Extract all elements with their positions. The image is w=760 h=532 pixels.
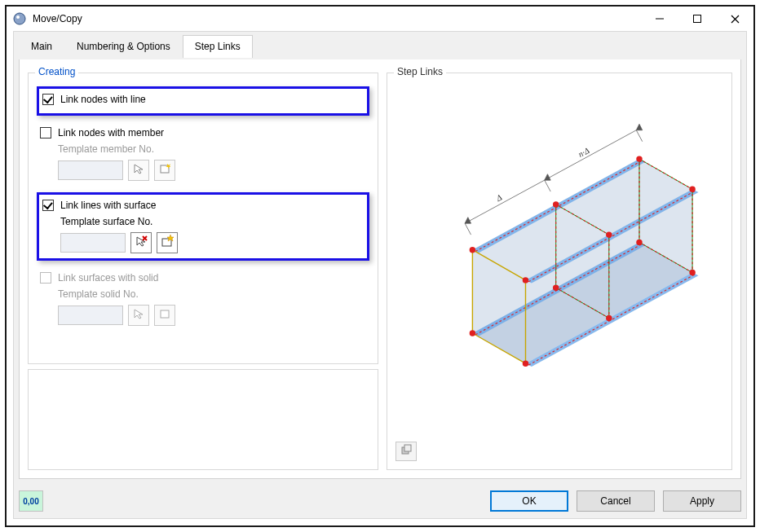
apply-button[interactable]: Apply [663, 490, 741, 512]
tab-step-links[interactable]: Step Links [183, 35, 253, 58]
label-link-nodes-member: Link nodes with member [58, 127, 164, 138]
checkbox-link-nodes-line[interactable] [42, 94, 54, 105]
checkbox-link-surfaces-solid [40, 272, 51, 284]
pick-icon [133, 163, 144, 178]
svg-point-1 [16, 15, 20, 19]
svg-line-18 [465, 223, 471, 235]
new-member-button[interactable] [154, 160, 175, 181]
new-solid-button [154, 305, 175, 326]
cancel-button[interactable]: Cancel [577, 490, 655, 512]
new-surface-button[interactable] [157, 232, 178, 253]
svg-point-56 [523, 277, 528, 283]
svg-point-64 [689, 187, 695, 192]
svg-point-66 [636, 240, 642, 245]
svg-text:Δ: Δ [494, 192, 503, 203]
svg-point-55 [470, 247, 475, 253]
svg-point-63 [636, 156, 642, 161]
window-title: Move/Copy [33, 13, 641, 24]
label-template-solid: Template solid No. [58, 288, 368, 300]
pick-member-button[interactable] [128, 160, 149, 181]
svg-point-58 [470, 330, 475, 336]
pick-solid-button [128, 305, 149, 326]
svg-marker-14 [135, 310, 143, 319]
preview-diagram: .face { fill: rgba(120,150,190,0.25); st… [412, 106, 715, 394]
svg-line-19 [545, 180, 550, 191]
svg-point-65 [689, 270, 695, 275]
creating-title: Creating [35, 66, 78, 77]
checkbox-link-nodes-member[interactable] [40, 127, 51, 138]
svg-line-16 [465, 180, 545, 223]
svg-rect-15 [161, 310, 169, 318]
new-icon [159, 308, 170, 323]
preview-tool-button[interactable] [395, 442, 417, 461]
svg-point-0 [14, 13, 25, 24]
pick-surface-button[interactable] [130, 232, 152, 253]
svg-line-5 [731, 15, 739, 23]
tabs-row: Main Numbering & Options Step Links [19, 35, 751, 58]
svg-point-62 [553, 284, 559, 290]
label-link-nodes-line: Link nodes with line [60, 94, 146, 105]
close-button[interactable] [716, 7, 753, 31]
preview-tool-icon [400, 444, 412, 459]
pick-delete-icon [135, 235, 148, 251]
app-icon [13, 12, 26, 25]
label-link-surfaces-solid: Link surfaces with solid [58, 272, 158, 284]
svg-point-60 [606, 231, 612, 237]
decimal-places-button[interactable]: 0,00 [19, 490, 43, 512]
checkbox-link-lines-surface[interactable] [42, 200, 54, 211]
preview-group: Step Links .face { fill: rgba(120,150,19… [387, 73, 732, 470]
svg-point-61 [606, 315, 612, 321]
svg-point-59 [553, 201, 559, 207]
minimize-button[interactable] [641, 7, 678, 31]
svg-point-57 [523, 360, 528, 366]
ok-button[interactable]: OK [490, 490, 568, 512]
svg-line-20 [636, 130, 642, 142]
option-link-lines-surface: Link lines with surface Template surface… [37, 192, 369, 261]
svg-text:n·Δ: n·Δ [577, 146, 590, 159]
option-link-nodes-member: Link nodes with member Template member N… [37, 121, 369, 187]
input-template-solid [58, 306, 123, 325]
new-icon [159, 163, 170, 178]
svg-rect-68 [404, 445, 411, 451]
preview-title: Step Links [394, 66, 446, 77]
input-template-surface[interactable] [60, 233, 126, 253]
label-template-member: Template member No. [58, 143, 368, 155]
svg-marker-6 [135, 165, 143, 174]
tab-numbering[interactable]: Numbering & Options [64, 35, 183, 58]
svg-line-4 [731, 15, 739, 23]
new-star-icon [161, 235, 174, 251]
input-template-member[interactable] [58, 160, 123, 180]
option-link-nodes-line: Link nodes with line [37, 86, 369, 116]
blank-group [28, 369, 378, 470]
svg-rect-3 [694, 15, 701, 23]
pick-icon [133, 308, 144, 323]
label-template-surface: Template surface No. [60, 216, 365, 227]
creating-group: Creating Link nodes with line [28, 73, 378, 364]
option-link-surfaces-solid: Link surfaces with solid Template solid … [37, 266, 369, 332]
titlebar: Move/Copy [7, 7, 753, 31]
maximize-button[interactable] [678, 7, 716, 31]
tab-main[interactable]: Main [19, 35, 64, 58]
label-link-lines-surface: Link lines with surface [60, 200, 156, 211]
